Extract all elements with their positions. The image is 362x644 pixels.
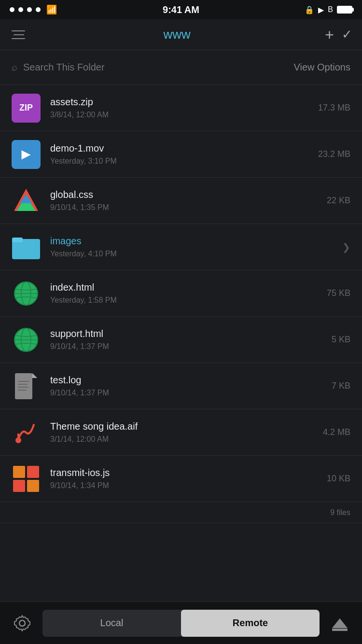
file-count-text: 9 files (330, 508, 350, 517)
view-options-button[interactable]: View Options (294, 62, 350, 73)
search-icon: ⌕ (12, 62, 17, 73)
file-count: 9 files (0, 502, 362, 523)
aif-icon (12, 418, 41, 447)
svg-rect-5 (12, 238, 23, 242)
list-item[interactable]: ► demo-1.mov Yesterday, 3:10 PM 23.2 MB (0, 131, 362, 178)
file-list: ZIP assets.zip 3/8/14, 12:00 AM 17.3 MB … (0, 85, 362, 502)
file-info: images Yesterday, 4:10 PM (50, 236, 336, 258)
svg-marker-14 (32, 373, 37, 378)
zip-icon: ZIP (12, 94, 41, 123)
svg-rect-12 (15, 373, 32, 399)
file-size: 23.2 MB (318, 149, 350, 159)
file-name: demo-1.mov (50, 143, 310, 154)
svg-rect-16 (18, 384, 28, 385)
file-date: 9/10/14, 1:37 PM (50, 342, 324, 351)
js-icon (12, 464, 41, 493)
status-time: 9:41 AM (163, 4, 199, 15)
file-size: 7 KB (332, 381, 350, 391)
file-size: 17.3 MB (318, 103, 350, 113)
nav-bar: www + ✓ (0, 19, 362, 50)
file-name: support.html (50, 328, 324, 339)
html-icon (12, 279, 41, 308)
list-item[interactable]: transmit-ios.js 9/10/14, 1:34 PM 10 KB (0, 456, 362, 502)
folder-icon (12, 233, 41, 262)
file-date: 9/10/14, 1:35 PM (50, 203, 319, 212)
file-info: transmit-ios.js 9/10/14, 1:34 PM (50, 467, 319, 490)
list-item[interactable]: support.html 9/10/14, 1:37 PM 5 KB (0, 317, 362, 363)
file-info: test.log 9/10/14, 1:37 PM (50, 375, 324, 397)
svg-rect-20 (17, 434, 19, 440)
file-info: global.css 9/10/14, 1:35 PM (50, 189, 319, 212)
file-size: 4.2 MB (323, 427, 350, 437)
file-size: 5 KB (332, 335, 350, 345)
menu-line (12, 38, 25, 39)
file-name: Theme song idea.aif (50, 421, 315, 432)
list-item[interactable]: test.log 9/10/14, 1:37 PM 7 KB (0, 363, 362, 409)
status-right: 🔒 ▶ B (305, 5, 352, 14)
file-info: index.html Yesterday, 1:58 PM (50, 282, 319, 305)
signal-dot (27, 7, 32, 12)
tab-bar: Local Remote (0, 602, 362, 644)
file-info: assets.zip 3/8/14, 12:00 AM (50, 97, 310, 119)
file-name: index.html (50, 282, 319, 293)
svg-rect-17 (18, 387, 28, 388)
file-name: test.log (50, 375, 324, 386)
file-date: Yesterday, 1:58 PM (50, 296, 319, 305)
nav-title: www (29, 27, 325, 42)
list-item[interactable]: ZIP assets.zip 3/8/14, 12:00 AM 17.3 MB (0, 85, 362, 131)
svg-rect-15 (18, 381, 29, 382)
add-button[interactable]: + (325, 27, 334, 42)
signal-dot (10, 7, 14, 12)
lock-icon: 🔒 (305, 5, 314, 14)
file-date: Yesterday, 3:10 PM (50, 157, 310, 166)
css-icon (12, 186, 41, 215)
file-name: assets.zip (50, 97, 310, 108)
remote-tab[interactable]: Remote (181, 610, 320, 637)
signal-dot (18, 7, 23, 12)
search-input[interactable] (23, 62, 294, 73)
status-bar: 📶 9:41 AM 🔒 ▶ B (0, 0, 362, 19)
file-name: transmit-ios.js (50, 467, 319, 478)
list-item[interactable]: images Yesterday, 4:10 PM ❯ (0, 224, 362, 270)
local-remote-switcher[interactable]: Local Remote (42, 610, 320, 637)
svg-point-21 (19, 620, 25, 626)
settings-button[interactable] (10, 611, 35, 636)
svg-rect-18 (18, 390, 27, 391)
list-item[interactable]: Theme song idea.aif 3/1/14, 12:00 AM 4.2… (0, 409, 362, 456)
file-date: Yesterday, 4:10 PM (50, 250, 336, 258)
nav-actions: + ✓ (325, 27, 352, 42)
file-size: 75 KB (327, 288, 350, 298)
eject-button[interactable] (327, 611, 352, 636)
bluetooth-icon: B (328, 5, 333, 14)
signal-dot (36, 7, 41, 12)
file-info: demo-1.mov Yesterday, 3:10 PM (50, 143, 310, 166)
mov-icon: ► (12, 140, 41, 169)
local-tab[interactable]: Local (42, 610, 181, 637)
list-item[interactable]: global.css 9/10/14, 1:35 PM 22 KB (0, 178, 362, 224)
gear-icon (14, 615, 31, 632)
file-size: 10 KB (327, 474, 350, 484)
file-name: global.css (50, 189, 319, 200)
chevron-right-icon: ❯ (342, 241, 350, 253)
menu-button[interactable] (10, 25, 29, 44)
file-date: 9/10/14, 1:37 PM (50, 389, 324, 397)
file-date: 3/1/14, 12:00 AM (50, 435, 315, 444)
menu-line (12, 30, 25, 31)
search-bar: ⌕ View Options (0, 50, 362, 85)
file-info: support.html 9/10/14, 1:37 PM (50, 328, 324, 351)
file-info: Theme song idea.aif 3/1/14, 12:00 AM (50, 421, 315, 444)
eject-icon (332, 618, 348, 628)
menu-line (14, 34, 24, 35)
battery-icon (337, 6, 352, 14)
battery-fill (338, 7, 351, 13)
check-button[interactable]: ✓ (342, 27, 352, 42)
list-item[interactable]: index.html Yesterday, 1:58 PM 75 KB (0, 270, 362, 317)
html-icon (12, 325, 41, 354)
log-icon (12, 372, 41, 401)
status-dots: 📶 (10, 4, 57, 15)
location-icon: ▶ (318, 5, 324, 14)
file-name: images (50, 236, 336, 247)
file-list-container: ZIP assets.zip 3/8/14, 12:00 AM 17.3 MB … (0, 85, 362, 602)
wifi-icon: 📶 (46, 4, 57, 15)
file-date: 3/8/14, 12:00 AM (50, 111, 310, 119)
